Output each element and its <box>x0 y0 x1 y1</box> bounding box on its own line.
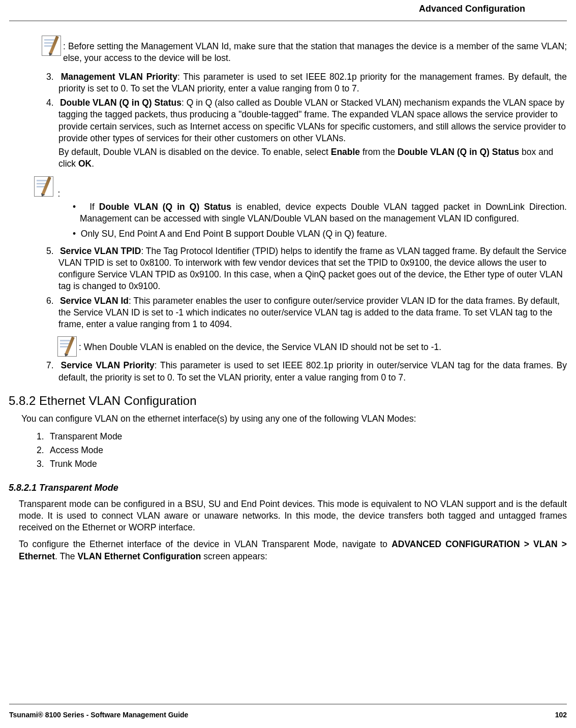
item-4: 4. Double VLAN (Q in Q) Status: Q in Q (… <box>34 97 567 170</box>
vlan-modes-list: 1.Transparent Mode 2.Access Mode 3.Trunk… <box>37 430 567 471</box>
item-label: Management VLAN Priority <box>61 72 177 82</box>
item-num: 3. <box>46 71 57 83</box>
mode-1: 1.Transparent Mode <box>37 430 567 444</box>
bottom-rule <box>9 704 567 705</box>
note-icon <box>57 336 77 357</box>
top-rule <box>9 20 567 21</box>
item-label: Service VLAN Priority <box>61 360 155 370</box>
footer-left: Tsunami® 8100 Series - Software Manageme… <box>9 711 188 719</box>
param-list-c: 7. Service VLAN Priority: This parameter… <box>34 360 567 384</box>
item-label: Double VLAN (Q in Q) Status <box>60 98 181 108</box>
param-list-b: 5. Service VLAN TPID: The Tag Protocol I… <box>34 245 567 331</box>
transparent-p1: Transparent mode can be configured in a … <box>19 498 567 534</box>
item-num: 6. <box>46 295 57 307</box>
item-num: 7. <box>46 360 57 371</box>
footer: Tsunami® 8100 Series - Software Manageme… <box>9 711 567 719</box>
item-3: 3. Management VLAN Priority: This parame… <box>34 71 567 95</box>
param-list-a: 3. Management VLAN Priority: This parame… <box>34 71 567 170</box>
content: : Before setting the Management VLAN Id,… <box>9 36 567 567</box>
footer-page-number: 102 <box>555 711 567 719</box>
mode-3: 3.Trunk Mode <box>37 457 567 471</box>
item-num: 4. <box>46 97 57 109</box>
item-7: 7. Service VLAN Priority: This parameter… <box>34 360 567 384</box>
section-582-intro: You can configure VLAN on the ethernet i… <box>21 413 567 425</box>
note-icon <box>34 176 53 197</box>
item-6: 6. Service VLAN Id: This parameter enabl… <box>34 295 567 331</box>
section-heading-582: 5.8.2 Ethernet VLAN Configuration <box>9 394 567 408</box>
item-num: 5. <box>46 245 57 257</box>
note-1-text: : Before setting the Management VLAN Id,… <box>63 36 567 64</box>
item-label: Service VLAN TPID <box>60 246 141 256</box>
transparent-p2: To configure the Ethernet interface of t… <box>19 539 567 562</box>
note-3-text: : When Double VLAN is enabled on the dev… <box>79 336 567 353</box>
note-1: : Before setting the Management VLAN Id,… <box>42 36 567 64</box>
item-text: : This parameter enables the user to con… <box>58 296 560 330</box>
item-4-cont: By default, Double VLAN is disabled on t… <box>58 146 567 170</box>
item-label: Service VLAN Id <box>60 296 129 306</box>
bullet-2: Only SU, End Point A and End Point B sup… <box>68 228 567 240</box>
page: Advanced Configuration : Before setting … <box>0 0 576 728</box>
section-heading-5821: 5.8.2.1 Transparent Mode <box>9 483 567 493</box>
mode-2: 2.Access Mode <box>37 444 567 457</box>
note-2-bullets: If Double VLAN (Q in Q) Status is enable… <box>68 201 567 240</box>
bullet-1: If Double VLAN (Q in Q) Status is enable… <box>68 201 567 225</box>
note-2-colon: : <box>57 188 60 199</box>
note-icon <box>42 36 61 56</box>
note-3: : When Double VLAN is enabled on the dev… <box>57 336 567 357</box>
item-5: 5. Service VLAN TPID: The Tag Protocol I… <box>34 245 567 293</box>
header-right: Advanced Configuration <box>419 4 525 14</box>
